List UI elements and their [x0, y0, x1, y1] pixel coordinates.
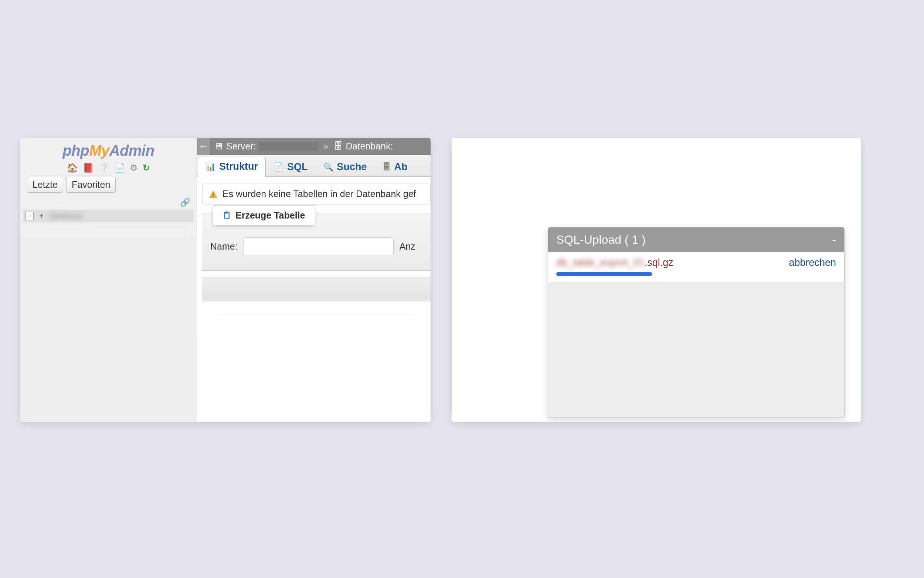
- recent-tab[interactable]: Letzte: [27, 177, 63, 193]
- query-icon: [382, 162, 391, 172]
- upload-dialog-title: SQL-Upload ( 1 ) -: [548, 227, 844, 252]
- no-tables-alert: Es wurden keine Tabellen in der Datenban…: [202, 183, 430, 205]
- table-name-input[interactable]: [244, 237, 393, 255]
- breadcrumb: ← Server: » Datenbank:: [197, 138, 430, 155]
- upload-file-name: db_table_export_01.sql.gz: [556, 257, 673, 268]
- link-icon[interactable]: [180, 198, 190, 208]
- tab-structure[interactable]: Struktur: [198, 157, 266, 177]
- expand-icon[interactable]: +: [37, 212, 45, 220]
- sidebar: phpMyAdmin Letzte Favoriten −: [20, 138, 197, 422]
- new-table-icon: [222, 210, 232, 221]
- upload-progress-bar: [556, 272, 652, 276]
- tab-query[interactable]: Ab: [375, 157, 416, 177]
- favorites-tab[interactable]: Favoriten: [66, 177, 116, 193]
- separator: [218, 314, 414, 314]
- db-tree: − + database: [20, 209, 197, 222]
- columns-label: Anz: [400, 241, 416, 252]
- breadcrumb-database[interactable]: Datenbank:: [330, 141, 397, 152]
- warning-icon: [209, 190, 217, 198]
- back-button[interactable]: ←: [197, 138, 210, 155]
- minimize-button[interactable]: -: [832, 233, 836, 247]
- docs-icon[interactable]: [114, 163, 125, 173]
- cancel-upload-link[interactable]: abbrechen: [789, 257, 836, 268]
- structure-icon: [206, 162, 215, 172]
- upload-item: db_table_export_01.sql.gz abbrechen: [548, 252, 844, 283]
- server-name-blurred: [259, 142, 318, 151]
- main-area: ← Server: » Datenbank: Struktur: [197, 138, 430, 422]
- reload-icon[interactable]: [142, 163, 150, 173]
- database-icon: [334, 141, 343, 152]
- server-icon: [214, 141, 223, 152]
- create-table-legend: Erzeuge Tabelle: [212, 205, 315, 226]
- upload-dialog: SQL-Upload ( 1 ) - db_table_export_01.sq…: [548, 227, 845, 418]
- settings-icon[interactable]: [130, 163, 138, 173]
- alert-text: Es wurden keine Tabellen in der Datenban…: [222, 188, 416, 199]
- collapse-icon[interactable]: −: [26, 212, 34, 220]
- tree-row[interactable]: − + database: [23, 209, 194, 222]
- create-table-panel: Erzeuge Tabelle Name: Anz: [202, 213, 430, 271]
- home-icon[interactable]: [67, 163, 78, 173]
- logo: phpMyAdmin: [20, 138, 197, 161]
- sql-icon: [273, 162, 283, 172]
- tab-bar: Struktur SQL Suche Ab: [197, 155, 430, 177]
- logout-icon[interactable]: [83, 163, 94, 173]
- tab-sql[interactable]: SQL: [266, 157, 316, 177]
- upload-window: SQL-Upload ( 1 ) - db_table_export_01.sq…: [451, 138, 861, 422]
- search-icon: [324, 162, 333, 172]
- tab-search[interactable]: Suche: [316, 157, 375, 177]
- help-icon[interactable]: [98, 163, 109, 173]
- db-name-blurred: database: [49, 211, 83, 221]
- name-label: Name:: [210, 241, 238, 252]
- breadcrumb-separator: »: [322, 141, 330, 152]
- phpmyadmin-window: phpMyAdmin Letzte Favoriten −: [20, 138, 430, 422]
- breadcrumb-server[interactable]: Server:: [210, 141, 322, 152]
- action-band: [202, 277, 430, 301]
- quick-icons: [20, 161, 197, 177]
